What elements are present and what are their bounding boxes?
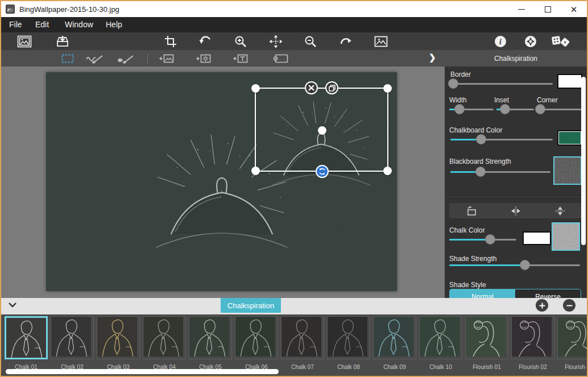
svg-text:i: i bbox=[499, 38, 502, 46]
save-icon[interactable] bbox=[55, 35, 70, 48]
menu-edit[interactable]: Edit bbox=[35, 17, 49, 32]
transform-toolbar bbox=[449, 203, 582, 218]
chevron-down-icon bbox=[8, 302, 17, 308]
add-text-icon[interactable] bbox=[231, 53, 248, 64]
close-button[interactable]: ✕ bbox=[561, 1, 587, 17]
collapse-filmstrip-button[interactable] bbox=[8, 302, 17, 308]
chalkboard-color-swatch[interactable] bbox=[557, 130, 582, 146]
add-frame-icon[interactable] bbox=[273, 53, 289, 64]
adjustments-panel: Border Width Inset Corner Chalkboard Col… bbox=[445, 67, 587, 298]
blackboard-texture-swatch[interactable] bbox=[553, 156, 582, 185]
chalk-color-swatch[interactable] bbox=[523, 231, 551, 245]
minimize-button[interactable] bbox=[508, 1, 535, 17]
flip-vertical-icon[interactable] bbox=[538, 203, 582, 218]
chalkboard-color-slider[interactable] bbox=[450, 134, 553, 144]
paint-brush-icon[interactable] bbox=[116, 53, 136, 64]
filmstrip-thumbnail[interactable]: Chalk 10 bbox=[419, 316, 462, 370]
rotate-icon[interactable] bbox=[198, 35, 212, 48]
flip-horizontal-icon[interactable] bbox=[494, 203, 538, 218]
panel-expand-chevron-icon[interactable]: ❯ bbox=[429, 52, 436, 63]
panel-title: Chalkspiration bbox=[494, 55, 537, 63]
effect-category-button[interactable]: Chalkspiration bbox=[221, 298, 281, 313]
thumbnail-label: Flourish 03 bbox=[557, 364, 587, 370]
blackboard-strength-slider[interactable] bbox=[450, 167, 550, 177]
panel-divider bbox=[445, 196, 587, 197]
smudge-brush-icon[interactable] bbox=[85, 53, 106, 64]
selection-box[interactable] bbox=[255, 88, 388, 172]
dice-icon[interactable] bbox=[550, 34, 570, 49]
tab-reverse[interactable]: Reverse bbox=[515, 289, 581, 298]
filmstrip-scrollbar[interactable] bbox=[6, 369, 279, 374]
add-image-icon[interactable] bbox=[157, 53, 174, 64]
rotate-selection-handle[interactable] bbox=[316, 165, 329, 178]
filmstrip-thumbnail[interactable]: Flourish 03 bbox=[557, 316, 587, 370]
thumbnail-label: Chalk 08 bbox=[327, 364, 370, 370]
crop-icon[interactable] bbox=[164, 35, 177, 48]
canvas-area[interactable] bbox=[1, 67, 445, 298]
filmstrip-thumbnail[interactable]: Chalk 04 bbox=[143, 316, 186, 370]
selection-handle-ne[interactable] bbox=[383, 84, 392, 93]
filmstrip-thumbnail[interactable]: Chalk 06 bbox=[235, 316, 278, 370]
app-window: BingWallpaper-2015-10-30.jpg ✕ File Edit… bbox=[0, 0, 588, 377]
filmstrip-thumbnail[interactable]: Chalk 08 bbox=[327, 316, 370, 370]
menu-file[interactable]: File bbox=[9, 17, 22, 32]
zoom-out-thumbnails-button[interactable] bbox=[563, 299, 575, 312]
thumbnail-label: Chalk 09 bbox=[373, 364, 416, 370]
inset-slider[interactable] bbox=[496, 104, 534, 114]
zoom-out-icon[interactable] bbox=[304, 35, 317, 48]
border-slider[interactable] bbox=[450, 78, 553, 89]
marquee-select-icon[interactable] bbox=[61, 54, 74, 63]
rotate-left-icon[interactable] bbox=[449, 203, 494, 218]
panel-header: Chalkspiration bbox=[445, 50, 587, 67]
thumbnail-label: Flourish 02 bbox=[511, 364, 554, 370]
corner-label: Corner bbox=[537, 96, 558, 104]
inset-label: Inset bbox=[494, 96, 509, 104]
chalk-texture-swatch[interactable] bbox=[552, 222, 580, 251]
zoom-in-thumbnails-button[interactable] bbox=[536, 299, 548, 312]
selection-handle-sw[interactable] bbox=[251, 167, 260, 175]
menu-window[interactable]: Window bbox=[65, 17, 93, 32]
add-effect-icon[interactable] bbox=[194, 53, 211, 64]
toolbar-divider bbox=[147, 53, 148, 63]
open-image-icon[interactable] bbox=[17, 35, 32, 48]
move-icon[interactable] bbox=[269, 35, 283, 48]
title-bar: BingWallpaper-2015-10-30.jpg ✕ bbox=[1, 1, 587, 17]
panel-scrollbar[interactable] bbox=[581, 77, 586, 245]
width-label: Width bbox=[449, 96, 467, 104]
info-icon[interactable]: i bbox=[494, 35, 507, 48]
settings-icon[interactable] bbox=[524, 35, 537, 48]
selection-handle-se[interactable] bbox=[383, 167, 392, 175]
maximize-icon bbox=[545, 6, 551, 13]
minimize-icon bbox=[518, 9, 525, 10]
filmstrip-thumbnail[interactable]: Chalk 05 bbox=[189, 316, 232, 370]
thumbnail-label: Chalk 10 bbox=[419, 364, 462, 370]
zoom-in-icon[interactable] bbox=[234, 35, 247, 48]
border-color-swatch[interactable] bbox=[557, 74, 582, 89]
selection-handle-nw[interactable] bbox=[251, 84, 260, 93]
tab-normal[interactable]: Normal bbox=[450, 289, 515, 298]
duplicate-selection-button[interactable] bbox=[325, 81, 338, 94]
selection-handle-center[interactable] bbox=[318, 126, 326, 135]
width-slider[interactable] bbox=[449, 104, 494, 114]
filmstrip-thumbnail[interactable]: Chalk 03 bbox=[97, 316, 140, 370]
thumbnail-label: Flourish 01 bbox=[465, 364, 508, 370]
filmstrip-thumbnail[interactable]: Chalk 02 bbox=[51, 316, 94, 370]
filmstrip-thumbnail[interactable]: Chalk 07 bbox=[281, 316, 324, 370]
filmstrip-thumbnail[interactable]: Chalk 01 bbox=[5, 316, 48, 370]
redo-icon[interactable] bbox=[339, 35, 353, 48]
rotate-arrows-icon bbox=[318, 168, 326, 175]
menu-help[interactable]: Help bbox=[106, 17, 122, 32]
filmstrip-thumbnail[interactable]: Chalk 09 bbox=[373, 316, 416, 370]
maximize-button[interactable] bbox=[535, 1, 561, 17]
main-toolbar: i bbox=[1, 32, 587, 50]
shade-strength-slider[interactable] bbox=[449, 260, 580, 270]
window-title: BingWallpaper-2015-10-30.jpg bbox=[19, 5, 119, 14]
chalk-color-slider[interactable] bbox=[449, 234, 516, 245]
delete-selection-button[interactable] bbox=[305, 81, 318, 94]
shade-style-tabs: Normal Reverse bbox=[449, 289, 581, 298]
delete-x-icon bbox=[308, 85, 314, 91]
filmstrip-thumbnail[interactable]: Flourish 02 bbox=[511, 316, 554, 370]
filmstrip-thumbnail[interactable]: Flourish 01 bbox=[465, 316, 508, 370]
preview-icon[interactable] bbox=[374, 35, 388, 48]
corner-slider[interactable] bbox=[537, 104, 581, 114]
